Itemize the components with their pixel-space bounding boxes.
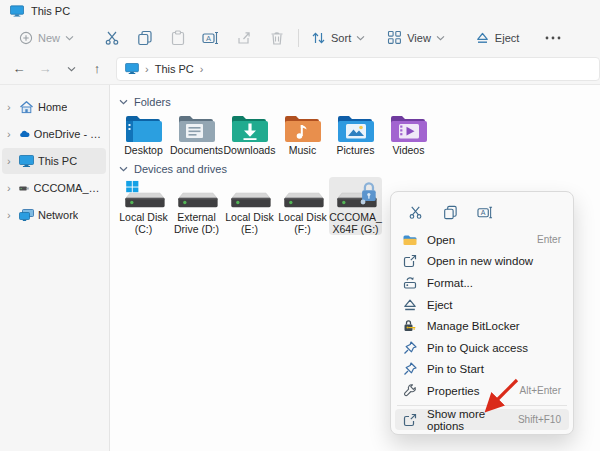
sidebar-item-this-pc[interactable]: › This PC (2, 148, 106, 174)
chevron-down-icon (356, 35, 365, 41)
monitor-icon (19, 155, 34, 167)
folder-documents-icon (178, 113, 216, 143)
tile-music[interactable]: Music (276, 110, 329, 157)
drives-section-header[interactable]: Devices and drives (119, 163, 227, 175)
share-button[interactable] (227, 25, 260, 51)
back-arrow-icon: ← (13, 61, 26, 76)
tile-local-disk-f[interactable]: Local Disk (F:) (276, 177, 329, 235)
sidebar-item-label: CCCOMA_X64F (G:) (34, 182, 106, 194)
tile-label: Desktop (124, 145, 163, 157)
eject-icon (402, 297, 418, 313)
tab-title: This PC (31, 5, 70, 17)
file-explorer-window: This PC New A Sort (0, 0, 600, 451)
context-menu-item-properties[interactable]: Properties Alt+Enter (395, 380, 569, 402)
copy-icon (137, 30, 153, 46)
copy-quick-button[interactable] (439, 202, 461, 222)
expand-chevron-icon[interactable]: › (7, 128, 15, 140)
copy-icon (443, 205, 458, 220)
collapse-chevron-icon[interactable] (119, 166, 128, 172)
sidebar-item-label: This PC (38, 155, 77, 167)
tile-external-drive-d[interactable]: External Drive (D:) (170, 177, 223, 235)
tile-documents[interactable]: Documents (170, 110, 223, 157)
sort-icon (311, 31, 326, 45)
tile-pictures[interactable]: Pictures (329, 110, 382, 157)
menu-item-label: Manage BitLocker (427, 320, 561, 332)
folders-section-header[interactable]: Folders (119, 96, 171, 108)
up-button[interactable]: ↑ (84, 57, 110, 81)
cut-icon (408, 205, 423, 220)
new-button[interactable]: New (12, 25, 81, 51)
context-menu-item-format[interactable]: Format... (395, 272, 569, 294)
eject-button[interactable]: Eject (468, 25, 526, 51)
context-menu-item-eject[interactable]: Eject (395, 294, 569, 316)
view-button[interactable]: View (380, 25, 452, 51)
context-menu-item-open-new-window[interactable]: Open in new window (395, 251, 569, 273)
more-options-button[interactable] (536, 25, 569, 51)
context-menu-item-pin-quick-access[interactable]: Pin to Quick access (395, 337, 569, 359)
collapse-chevron-icon[interactable] (119, 99, 128, 105)
expand-chevron-icon[interactable]: › (7, 101, 15, 113)
menu-separator (397, 405, 567, 406)
expand-chevron-icon[interactable]: › (7, 155, 15, 167)
tile-desktop[interactable]: Desktop (117, 110, 170, 157)
open-folder-icon (402, 232, 418, 248)
context-menu-item-pin-to-start[interactable]: Pin to Start (395, 359, 569, 381)
sidebar-item-label: Home (38, 101, 67, 113)
menu-item-shortcut: Enter (537, 234, 561, 245)
breadcrumb-chevron-icon: › (145, 63, 149, 75)
this-pc-icon (125, 63, 139, 74)
sort-button-label: Sort (331, 32, 351, 44)
rename-quick-button[interactable]: A (474, 202, 496, 222)
expand-chevron-icon[interactable]: › (7, 209, 15, 221)
folders-row: Desktop Documents Downloads Music Pictur… (117, 110, 435, 157)
tile-usb-drive-g[interactable]: CCCOMA_ X64F (G:) (329, 177, 382, 235)
share-icon (236, 30, 252, 46)
tile-label: External (177, 212, 216, 224)
sidebar-item-home[interactable]: › Home (2, 94, 106, 120)
tile-label: CCCOMA_ (329, 212, 382, 224)
onedrive-cloud-icon (19, 128, 30, 140)
rename-button[interactable]: A (194, 25, 227, 51)
navigation-pane: › Home › OneDrive - Personal › This PC ›… (0, 85, 110, 451)
show-more-options-icon (402, 412, 418, 428)
view-grid-icon (387, 30, 402, 45)
window-tab[interactable]: This PC (10, 5, 70, 17)
menu-item-shortcut: Alt+Enter (520, 385, 561, 396)
tile-videos[interactable]: Videos (382, 110, 435, 157)
tile-label: Documents (170, 145, 223, 157)
tile-label-line2: (C:) (135, 224, 153, 236)
address-bar[interactable]: › This PC › (116, 57, 600, 81)
toolbar-separator (298, 29, 299, 47)
back-button[interactable]: ← (6, 57, 32, 81)
breadcrumb-chevron-icon: › (200, 63, 204, 75)
svg-text:A: A (206, 33, 211, 42)
recent-locations-button[interactable] (58, 57, 84, 81)
tile-downloads[interactable]: Downloads (223, 110, 276, 157)
paste-button[interactable] (161, 25, 194, 51)
new-button-label: New (38, 32, 60, 44)
delete-button[interactable] (260, 25, 293, 51)
tile-label: Pictures (337, 145, 375, 157)
breadcrumb-location[interactable]: This PC (155, 63, 194, 75)
copy-button[interactable] (128, 25, 161, 51)
tile-label-line2: Drive (D:) (174, 224, 219, 236)
sidebar-item-usb-drive[interactable]: › CCCOMA_X64F (G:) (2, 175, 106, 201)
plus-circle-icon (19, 31, 33, 45)
sort-button[interactable]: Sort (304, 25, 372, 51)
tile-local-disk-e[interactable]: Local Disk (E:) (223, 177, 276, 235)
sidebar-item-network[interactable]: › Network (2, 202, 106, 228)
context-menu-item-open[interactable]: Open Enter (395, 229, 569, 251)
cut-button[interactable] (95, 25, 128, 51)
forward-button[interactable]: → (32, 57, 58, 81)
menu-item-label: Pin to Start (427, 363, 561, 375)
menu-item-label: Format... (427, 277, 561, 289)
context-menu-item-show-more-options[interactable]: Show more options Shift+F10 (395, 409, 569, 431)
cut-quick-button[interactable] (404, 202, 426, 222)
tile-local-disk-c[interactable]: Local Disk (C:) (117, 177, 170, 235)
svg-text:A: A (481, 209, 486, 216)
expand-chevron-icon[interactable]: › (7, 182, 15, 194)
rename-icon: A (202, 30, 219, 46)
menu-item-label: Open in new window (427, 255, 561, 267)
sidebar-item-onedrive[interactable]: › OneDrive - Personal (2, 121, 106, 147)
context-menu-item-manage-bitlocker[interactable]: Manage BitLocker (395, 315, 569, 337)
